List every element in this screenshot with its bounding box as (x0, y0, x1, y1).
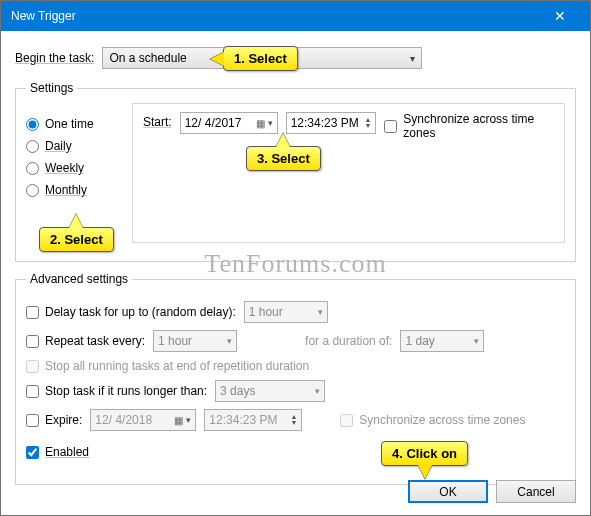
duration-value: 1 day (405, 334, 434, 348)
duration-label: for a duration of: (305, 334, 392, 348)
sync-timezones-input[interactable] (384, 120, 397, 133)
start-label: Start: (143, 112, 172, 129)
radio-one-time-label: One time (45, 117, 94, 131)
spinner-icon: ▲▼ (364, 117, 371, 129)
radio-weekly-input[interactable] (26, 162, 39, 175)
stop-running-input (26, 360, 39, 373)
chevron-down-icon: ▾ (186, 415, 191, 425)
radio-daily-input[interactable] (26, 140, 39, 153)
titlebar: New Trigger ✕ (1, 1, 590, 31)
radio-daily-label: Daily (45, 139, 72, 153)
enabled-input[interactable] (26, 446, 39, 459)
expire-row: Expire: 12/ 4/2018 ▦ ▾ 12:34:23 PM ▲▼ Sy… (26, 409, 565, 431)
stop-if-row: Stop task if it runs longer than: 3 days… (26, 380, 565, 402)
expire-time-value: 12:34:23 PM (209, 413, 277, 427)
expire-date-value: 12/ 4/2018 (95, 413, 152, 427)
start-date-value: 12/ 4/2017 (185, 116, 242, 130)
stop-if-value: 3 days (220, 384, 255, 398)
chevron-down-icon: ▾ (318, 307, 323, 317)
chevron-down-icon: ▾ (227, 336, 232, 346)
expire-date-picker: 12/ 4/2018 ▦ ▾ (90, 409, 196, 431)
duration-dropdown: 1 day ▾ (400, 330, 484, 352)
radio-monthly[interactable]: Monthly (26, 183, 122, 197)
cancel-button-label: Cancel (517, 485, 554, 499)
callout-1: 1. Select (223, 46, 298, 71)
start-time-value: 12:34:23 PM (291, 116, 359, 130)
stop-if-label: Stop task if it runs longer than: (45, 384, 207, 398)
repeat-row: Repeat task every: 1 hour ▾ for a durati… (26, 330, 565, 352)
expire-input[interactable] (26, 414, 39, 427)
chevron-down-icon: ▾ (410, 53, 415, 64)
repeat-label: Repeat task every: (45, 334, 145, 348)
settings-legend: Settings (26, 81, 77, 95)
radio-one-time-input[interactable] (26, 118, 39, 131)
repeat-dropdown: 1 hour ▾ (153, 330, 237, 352)
dialog-buttons: OK Cancel (408, 480, 576, 503)
start-date-picker[interactable]: 12/ 4/2017 ▦ ▾ (180, 112, 278, 134)
delay-value: 1 hour (249, 305, 283, 319)
stop-if-dropdown: 3 days ▾ (215, 380, 325, 402)
expire-sync-checkbox: Synchronize across time zones (340, 413, 525, 427)
start-time-picker[interactable]: 12:34:23 PM ▲▼ (286, 112, 377, 134)
expire-checkbox[interactable]: Expire: (26, 413, 82, 427)
chevron-down-icon: ▾ (268, 118, 273, 128)
stop-if-checkbox[interactable]: Stop task if it runs longer than: (26, 384, 207, 398)
advanced-group: Advanced settings Delay task for up to (… (15, 272, 576, 485)
calendar-icon: ▦ (256, 118, 265, 129)
enabled-label: Enabled (45, 445, 89, 459)
sync-timezones-label: Synchronize across time zones (403, 112, 554, 140)
spinner-icon: ▲▼ (290, 414, 297, 426)
sync-timezones-checkbox[interactable]: Synchronize across time zones (384, 112, 554, 140)
stop-running-checkbox: Stop all running tasks at end of repetit… (26, 359, 309, 373)
repeat-input[interactable] (26, 335, 39, 348)
dialog-content: Begin the task: On a schedule ▾ Settings… (1, 31, 590, 509)
chevron-down-icon: ▾ (474, 336, 479, 346)
enabled-checkbox[interactable]: Enabled (26, 445, 89, 459)
callout-4: 4. Click on (381, 441, 468, 466)
ok-button[interactable]: OK (408, 480, 488, 503)
delay-input[interactable] (26, 306, 39, 319)
start-panel: Start: 12/ 4/2017 ▦ ▾ 12:34:23 PM ▲▼ Syn… (132, 103, 565, 243)
callout-2: 2. Select (39, 227, 114, 252)
radio-daily[interactable]: Daily (26, 139, 122, 153)
advanced-legend: Advanced settings (26, 272, 132, 286)
expire-sync-label: Synchronize across time zones (359, 413, 525, 427)
begin-task-value: On a schedule (109, 51, 186, 65)
expire-sync-input (340, 414, 353, 427)
delay-label: Delay task for up to (random delay): (45, 305, 236, 319)
stop-running-row: Stop all running tasks at end of repetit… (26, 359, 565, 373)
expire-label: Expire: (45, 413, 82, 427)
delay-row: Delay task for up to (random delay): 1 h… (26, 301, 565, 323)
delay-dropdown: 1 hour ▾ (244, 301, 328, 323)
window-title: New Trigger (11, 9, 540, 23)
begin-label: Begin the task: (15, 51, 94, 65)
expire-time-picker: 12:34:23 PM ▲▼ (204, 409, 302, 431)
calendar-icon: ▦ (174, 415, 183, 426)
radio-weekly[interactable]: Weekly (26, 161, 122, 175)
ok-button-label: OK (439, 485, 456, 499)
delay-checkbox[interactable]: Delay task for up to (random delay): (26, 305, 236, 319)
radio-one-time[interactable]: One time (26, 117, 122, 131)
callout-3: 3. Select (246, 146, 321, 171)
repeat-value: 1 hour (158, 334, 192, 348)
enabled-row: Enabled (26, 445, 565, 459)
radio-monthly-label: Monthly (45, 183, 87, 197)
cancel-button[interactable]: Cancel (496, 480, 576, 503)
chevron-down-icon: ▾ (315, 386, 320, 396)
stop-running-label: Stop all running tasks at end of repetit… (45, 359, 309, 373)
radio-weekly-label: Weekly (45, 161, 84, 175)
stop-if-input[interactable] (26, 385, 39, 398)
repeat-checkbox[interactable]: Repeat task every: (26, 334, 145, 348)
close-icon[interactable]: ✕ (540, 8, 580, 24)
radio-monthly-input[interactable] (26, 184, 39, 197)
